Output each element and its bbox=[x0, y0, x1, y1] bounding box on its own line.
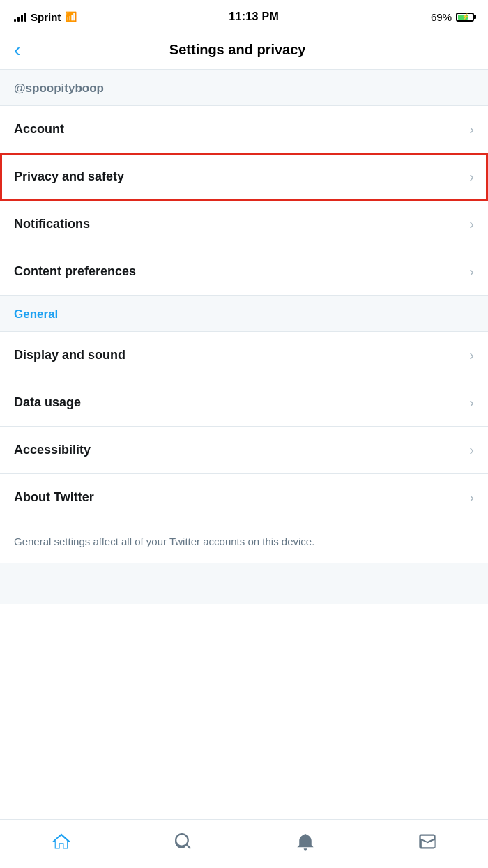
general-settings-list: Display and sound › Data usage › Accessi… bbox=[0, 332, 488, 521]
notifications-label: Notifications bbox=[14, 217, 90, 231]
about-twitter-label: About Twitter bbox=[14, 490, 94, 505]
chevron-icon: › bbox=[469, 264, 474, 280]
account-settings-list: Account › Privacy and safety › Notificat… bbox=[0, 106, 488, 296]
settings-item-data-usage[interactable]: Data usage › bbox=[0, 379, 488, 427]
general-section-title: General bbox=[14, 307, 58, 321]
tab-messages[interactable] bbox=[366, 820, 488, 862]
chevron-icon: › bbox=[469, 121, 474, 137]
notifications-icon bbox=[296, 832, 315, 851]
account-label: Account bbox=[14, 122, 64, 137]
status-bar: Sprint 📶 11:13 PM 69% ⚡ bbox=[0, 0, 488, 31]
chevron-icon: › bbox=[469, 395, 474, 411]
back-button[interactable]: ‹ bbox=[14, 40, 27, 60]
settings-item-about-twitter[interactable]: About Twitter › bbox=[0, 474, 488, 521]
content-preferences-label: Content preferences bbox=[14, 264, 136, 279]
general-section-header: General bbox=[0, 296, 488, 332]
messages-icon bbox=[418, 832, 437, 851]
settings-item-notifications[interactable]: Notifications › bbox=[0, 201, 488, 248]
chevron-icon: › bbox=[469, 216, 474, 232]
display-sound-label: Display and sound bbox=[14, 348, 125, 363]
settings-item-privacy-safety[interactable]: Privacy and safety › bbox=[0, 153, 488, 201]
carrier-label: Sprint bbox=[31, 11, 61, 23]
chevron-icon: › bbox=[469, 489, 474, 505]
tab-home[interactable] bbox=[0, 820, 122, 862]
tab-notifications[interactable] bbox=[244, 820, 366, 862]
chevron-icon: › bbox=[469, 442, 474, 458]
spacer-section bbox=[0, 563, 488, 604]
settings-item-display-sound[interactable]: Display and sound › bbox=[0, 332, 488, 379]
navigation-bar: ‹ Settings and privacy bbox=[0, 31, 488, 70]
data-usage-label: Data usage bbox=[14, 395, 81, 410]
home-icon bbox=[52, 832, 71, 851]
settings-item-accessibility[interactable]: Accessibility › bbox=[0, 427, 488, 474]
settings-item-account[interactable]: Account › bbox=[0, 106, 488, 153]
battery-icon: ⚡ bbox=[456, 13, 474, 22]
account-section-header: @spoopityboop bbox=[0, 70, 488, 106]
general-footer-text: General settings affect all of your Twit… bbox=[0, 521, 488, 563]
chevron-icon: › bbox=[469, 347, 474, 363]
wifi-icon: 📶 bbox=[65, 11, 77, 22]
status-left: Sprint 📶 bbox=[14, 11, 77, 23]
page-title: Settings and privacy bbox=[27, 42, 448, 58]
chevron-icon: › bbox=[469, 169, 474, 185]
battery-percent: 69% bbox=[431, 11, 452, 23]
status-right: 69% ⚡ bbox=[431, 11, 474, 23]
search-icon bbox=[174, 832, 193, 851]
tab-bar bbox=[0, 819, 488, 868]
accessibility-label: Accessibility bbox=[14, 443, 91, 457]
privacy-safety-label: Privacy and safety bbox=[14, 169, 124, 184]
settings-item-content-preferences[interactable]: Content preferences › bbox=[0, 248, 488, 296]
account-username: @spoopityboop bbox=[14, 82, 104, 95]
signal-icon bbox=[14, 12, 26, 22]
tab-search[interactable] bbox=[122, 820, 244, 862]
status-time: 11:13 PM bbox=[229, 10, 279, 23]
